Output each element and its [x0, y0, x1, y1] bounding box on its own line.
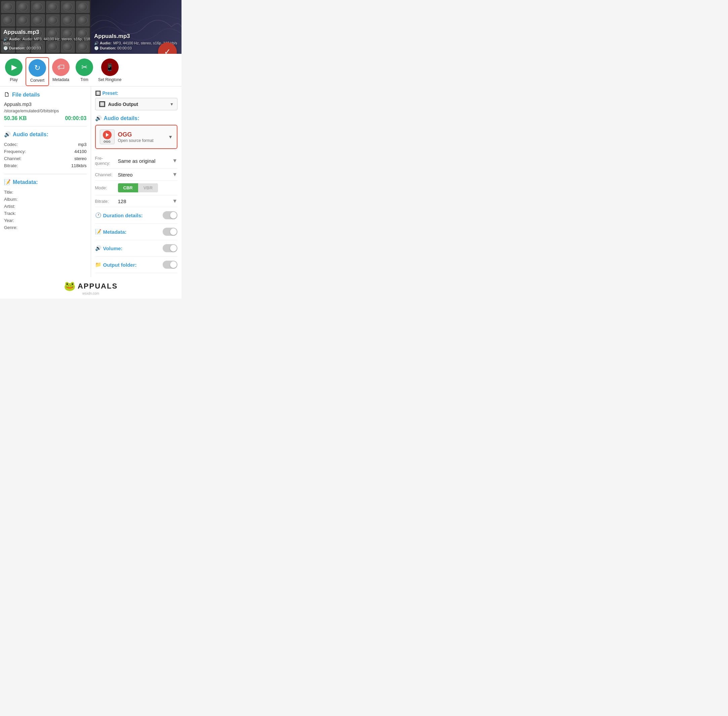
output-folder-section-row: 📁 Output folder:	[95, 256, 178, 273]
left-audio-meta: 🔊 Audio: Audio: MP3, 44100 Hz, stereo, s…	[3, 37, 91, 46]
preset-dropdown-value: Audio Output	[108, 102, 167, 107]
codec-value: mp3	[78, 142, 86, 147]
right-panel: 🔲 Preset: 🔲 Audio Output ▼ 🔊 Audio detai…	[91, 86, 182, 277]
right-audio-icon: 🔊	[95, 115, 102, 121]
play-label: Play	[10, 77, 18, 82]
bitrate-control-label: Bitrate:	[95, 199, 115, 204]
preset-icon: 🔲	[95, 91, 101, 96]
output-folder-title: 📁 Output folder:	[95, 262, 163, 268]
ogg-format-selector[interactable]: OGG OGG Open source format ▼	[95, 125, 178, 149]
ogg-play-button-icon	[103, 130, 112, 139]
file-size: 50.36 KB	[4, 115, 27, 121]
channel-select[interactable]: Stereo ▼	[118, 171, 178, 177]
metadata-label: Metadata	[53, 77, 69, 82]
audio-icon: 🔊	[3, 37, 8, 41]
metadata-title: Metadata:	[13, 179, 38, 185]
ogg-text-label: OGG	[103, 140, 110, 143]
left-filename: Appuals.mp3	[3, 29, 91, 36]
toolbar-ringtone[interactable]: 📱 Set Ringtone	[96, 57, 123, 86]
format-dropdown-arrow: ▼	[168, 134, 173, 140]
metadata-section-row: 📝 Metadata:	[95, 224, 178, 240]
file-doc-icon: 🗋	[4, 91, 10, 98]
frequency-value: 44100	[74, 149, 86, 154]
metadata-toggle-knob	[170, 228, 177, 235]
frequency-row: Frequency: 44100	[4, 148, 87, 155]
channel-control-row: Channel: Stereo ▼	[95, 169, 178, 181]
watermark-text: APPUALS	[78, 282, 118, 291]
duration-toggle[interactable]	[163, 211, 177, 219]
channel-control-value: Stereo	[118, 172, 133, 177]
cbr-button[interactable]: CBR	[118, 183, 138, 193]
divider-2	[4, 174, 87, 174]
right-filename: Appuals.mp3	[94, 33, 177, 40]
frequency-select[interactable]: Same as original ▼	[118, 158, 178, 164]
frequency-label: Frequency:	[4, 149, 26, 154]
metadata-section-header: 📝 Metadata:	[4, 179, 87, 185]
header-row: Appuals.mp3 🔊 Audio: Audio: MP3, 44100 H…	[0, 0, 182, 54]
bitrate-row: Bitrate: 118kb/s	[4, 162, 87, 169]
frequency-control-row: Fre-quency: Same as original ▼	[95, 153, 178, 169]
year-label: Year:	[4, 218, 14, 223]
toolbar-convert[interactable]: ↻ Convert	[26, 57, 49, 86]
clock-icon-right: 🕐	[94, 46, 99, 50]
file-details-filename: Appuals.mp3	[4, 102, 87, 107]
play-triangle-icon	[106, 133, 109, 137]
bitrate-value: 118kb/s	[71, 163, 87, 168]
volume-icon: 🔊	[95, 245, 101, 251]
trim-circle: ✂	[76, 59, 93, 76]
left-panel: 🗋 File details Appuals.mp3 /storage/emul…	[0, 86, 91, 277]
convert-icon: ↻	[34, 64, 40, 72]
file-stats-row: 50.36 KB 00:00:03	[4, 115, 87, 121]
ringtone-label: Set Ringtone	[98, 77, 121, 82]
format-info: OGG Open source format	[118, 131, 154, 143]
channel-label: Channel:	[4, 156, 21, 161]
metadata-toggle[interactable]	[163, 228, 177, 236]
toolbar-play[interactable]: ▶ Play	[2, 57, 26, 86]
folder-icon: 📁	[95, 262, 101, 268]
file-duration: 00:00:03	[65, 115, 86, 121]
channel-value: stereo	[74, 156, 86, 161]
volume-toggle[interactable]	[163, 244, 177, 252]
toolbar-metadata[interactable]: 🏷 Metadata	[49, 57, 73, 86]
trim-icon: ✂	[81, 63, 88, 71]
format-description: Open source format	[118, 138, 154, 143]
output-folder-toggle[interactable]	[163, 261, 177, 269]
toolbar-trim[interactable]: ✂ Trim	[73, 57, 96, 86]
bitrate-arrow: ▼	[172, 198, 177, 204]
duration-icon: 🕐	[95, 212, 101, 218]
divider-1	[4, 126, 87, 126]
bitrate-select[interactable]: 128 ▼	[118, 198, 178, 204]
file-details-title: File details	[12, 92, 40, 98]
vbr-button[interactable]: VBR	[138, 183, 158, 193]
preset-section: 🔲 Preset:	[95, 91, 178, 96]
bitrate-label: Bitrate:	[4, 163, 18, 168]
left-duration: 🕐 Duration: 00:00:03	[3, 46, 91, 50]
output-folder-toggle-knob	[170, 261, 177, 268]
ringtone-circle: 📱	[101, 59, 119, 76]
preset-dropdown[interactable]: 🔲 Audio Output ▼	[95, 98, 178, 110]
convert-circle: ↻	[29, 59, 46, 77]
clock-icon: 🕐	[3, 46, 8, 50]
album-row: Album:	[4, 196, 87, 203]
watermark-frog-icon: 🐸	[64, 281, 76, 291]
mode-control-row: Mode: CBR VBR	[95, 181, 178, 196]
preset-label-text: Preset:	[103, 91, 118, 96]
convert-label: Convert	[30, 78, 44, 83]
watermark-domain: wsxdn.com	[3, 291, 178, 295]
watermark: 🐸 APPUALS wsxdn.com	[0, 277, 182, 299]
codec-label: Codec:	[4, 142, 18, 147]
metadata-right-title: 📝 Metadata:	[95, 229, 163, 235]
frequency-control-value: Same as original	[118, 158, 156, 164]
volume-title: 🔊 Volume:	[95, 245, 163, 251]
codec-row: Codec: mp3	[4, 141, 87, 148]
metadata-icon: 🏷	[57, 63, 65, 71]
genre-row: Genre:	[4, 224, 87, 231]
volume-section-row: 🔊 Volume:	[95, 240, 178, 256]
preset-dropdown-arrow: ▼	[170, 102, 174, 106]
file-details-header: 🗋 File details	[4, 91, 87, 98]
audio-speaker-icon: 🔊	[4, 131, 11, 138]
channel-row: Channel: stereo	[4, 155, 87, 162]
artist-row: Artist:	[4, 203, 87, 210]
format-name: OGG	[118, 131, 154, 138]
metadata-right-icon: 📝	[95, 229, 101, 235]
